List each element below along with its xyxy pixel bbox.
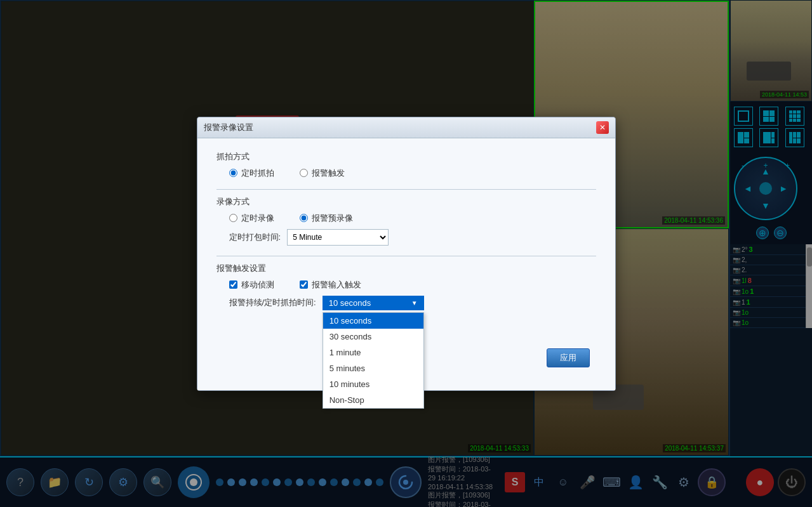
modal-titlebar: 报警录像设置 ✕ — [197, 117, 615, 138]
record-mode-section: 录像方式 定时录像 报警预录像 定时打包时间: — [216, 196, 596, 246]
duration-dropdown-list: 10 seconds 30 seconds 1 minute 5 minutes… — [323, 312, 424, 409]
modal-dialog: 报警录像设置 ✕ 抓拍方式 定时抓拍 报警触发 — [197, 117, 616, 391]
radio-timed-record-label: 定时录像 — [241, 213, 274, 224]
duration-row: 报警持续/定时抓拍时间: 10 seconds ▼ 10 seconds — [216, 296, 596, 310]
checkbox-alarm-input[interactable]: 报警输入触发 — [300, 279, 361, 291]
duration-selected-value: 10 seconds — [329, 298, 371, 308]
duration-dropdown-container: 10 seconds ▼ 10 seconds 30 seconds 1 min… — [323, 296, 424, 310]
duration-option-10m[interactable]: 10 minutes — [323, 376, 423, 392]
checkbox-motion-input[interactable] — [229, 280, 237, 289]
dropdown-arrow-icon: ▼ — [411, 300, 418, 306]
record-mode-radios: 定时录像 报警预录像 — [216, 213, 596, 224]
radio-timed-label: 定时抓拍 — [241, 168, 274, 179]
radio-alarm-capture[interactable]: 报警触发 — [300, 168, 345, 179]
alarm-trigger-section: 报警触发设置 移动侦测 报警输入触发 报警持续/定时抓拍时间: — [216, 263, 596, 367]
apply-btn[interactable]: 应用 — [547, 348, 590, 367]
radio-alarm-preview-label: 报警预录像 — [312, 213, 353, 224]
radio-alarm-preview[interactable]: 报警预录像 — [300, 213, 353, 224]
main-container: 2018-04-11 14:53:33 2018-04-11 14:53:36 … — [0, 0, 812, 507]
divider-1 — [216, 189, 596, 190]
checkbox-motion[interactable]: 移动侦测 — [229, 279, 274, 291]
radio-timed-record[interactable]: 定时录像 — [229, 213, 274, 224]
radio-alarm-label: 报警触发 — [312, 168, 345, 179]
modal-close-btn[interactable]: ✕ — [596, 121, 609, 134]
record-mode-label: 录像方式 — [216, 196, 596, 207]
duration-option-30s[interactable]: 30 seconds — [323, 329, 423, 345]
duration-label: 报警持续/定时抓拍时间: — [229, 297, 316, 308]
duration-option-1m[interactable]: 1 minute — [323, 345, 423, 360]
pack-time-select[interactable]: 1 Minute 2 Minute 5 Minute 10 Minute 30 … — [287, 229, 389, 246]
checkbox-motion-label: 移动侦测 — [241, 279, 274, 291]
duration-option-nonstop[interactable]: Non-Stop — [323, 392, 423, 408]
modal-title: 报警录像设置 — [204, 122, 253, 133]
radio-alarm-capture-input[interactable] — [300, 169, 308, 177]
modal-overlay: 报警录像设置 ✕ 抓拍方式 定时抓拍 报警触发 — [0, 0, 812, 507]
duration-option-5m[interactable]: 5 minutes — [323, 360, 423, 376]
pack-time-label: 定时打包时间: — [229, 232, 281, 243]
radio-alarm-preview-input[interactable] — [300, 214, 308, 222]
radio-timed-capture[interactable]: 定时抓拍 — [229, 168, 274, 179]
alarm-checkboxes: 移动侦测 报警输入触发 — [216, 279, 596, 291]
divider-2 — [216, 256, 596, 256]
pack-time-row: 定时打包时间: 1 Minute 2 Minute 5 Minute 10 Mi… — [216, 229, 596, 246]
capture-mode-radios: 定时抓拍 报警触发 — [216, 168, 596, 179]
modal-body: 抓拍方式 定时抓拍 报警触发 录像方式 — [197, 138, 615, 390]
checkbox-alarm-input-label: 报警输入触发 — [312, 279, 361, 291]
capture-mode-section: 抓拍方式 定时抓拍 报警触发 — [216, 151, 596, 179]
alarm-trigger-label: 报警触发设置 — [216, 263, 596, 274]
radio-timed-record-input[interactable] — [229, 214, 237, 222]
capture-mode-label: 抓拍方式 — [216, 151, 596, 162]
radio-timed-capture-input[interactable] — [229, 169, 237, 177]
duration-dropdown-header[interactable]: 10 seconds ▼ — [323, 296, 424, 310]
duration-option-10s[interactable]: 10 seconds — [323, 313, 423, 329]
checkbox-alarm-input-input[interactable] — [300, 280, 308, 289]
